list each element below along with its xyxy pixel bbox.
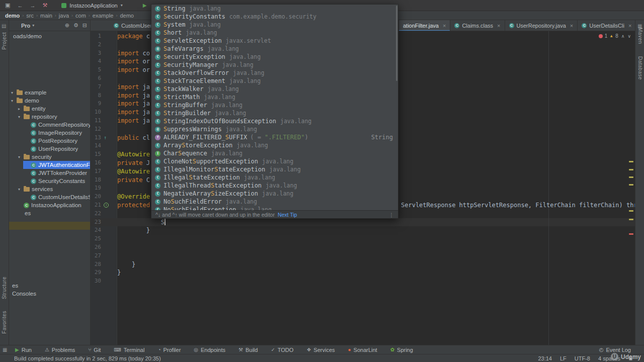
- completion-item-negativearraysizeexception[interactable]: CNegativeArraySizeExceptionjava.lang: [151, 190, 398, 198]
- tree-item-demo[interactable]: ▾demo: [9, 97, 90, 105]
- editor-tab-ationfilter-java[interactable]: ationFilter.java×: [399, 20, 450, 31]
- code-text[interactable]: import co: [117, 49, 150, 58]
- tree-item-es[interactable]: es: [9, 209, 90, 217]
- code-text[interactable]: import ja: [117, 92, 150, 100]
- tree-expand-arrow[interactable]: ▾: [11, 99, 17, 103]
- tree-item-repository[interactable]: ▾repository: [9, 113, 90, 121]
- tree-item-securityconstants[interactable]: CSecurityConstants: [9, 177, 90, 185]
- editor-tab-claims-class[interactable]: CClaims.class×: [450, 20, 505, 31]
- stripe-label-favorites[interactable]: Favorites: [2, 311, 7, 334]
- run-button[interactable]: ▶: [143, 3, 147, 8]
- line-separator[interactable]: LF: [560, 355, 567, 361]
- project-root[interactable]: oads/demo: [9, 32, 90, 40]
- tree-item-postrepository[interactable]: CPostRepository: [9, 137, 90, 145]
- breadcrumb-item[interactable]: com: [75, 13, 86, 19]
- code-text[interactable]: import ja: [117, 108, 150, 117]
- toolwindow-event-log[interactable]: ◴ Event Log: [599, 347, 631, 353]
- warning-stripe-mark[interactable]: [629, 161, 633, 162]
- toolwindow-endpoints[interactable]: ◎Endpoints: [194, 347, 225, 353]
- tree-item-security[interactable]: ▾security: [9, 153, 90, 161]
- code-text[interactable]: import or: [117, 66, 150, 74]
- override-gutter-icon[interactable]: ↑: [104, 203, 109, 208]
- tree-expand-arrow[interactable]: ▾: [18, 155, 24, 159]
- warning-stripe-mark[interactable]: [629, 219, 633, 220]
- stripe-label-database[interactable]: Database: [637, 56, 643, 80]
- code-text[interactable]: import ja: [117, 83, 150, 92]
- inspections-widget[interactable]: 1 ▲ 8 ∧ ∨: [599, 33, 631, 39]
- toolwindow-problems[interactable]: ⚠Problems: [45, 347, 75, 353]
- stripe-label-maven[interactable]: Maven: [637, 28, 643, 44]
- tree-item-consoles[interactable]: Consoles: [9, 290, 90, 298]
- completion-item-securitymanager[interactable]: CSecurityManagerjava.lang: [151, 61, 398, 69]
- completion-item-clonenotsupportedexception[interactable]: CCloneNotSupportedExceptionjava.lang: [151, 157, 398, 165]
- tree-item-example[interactable]: ▾example: [9, 88, 90, 97]
- close-tab-icon[interactable]: ×: [497, 23, 500, 29]
- toolwindow-todo[interactable]: ✓TODO: [271, 347, 293, 353]
- breadcrumb-item[interactable]: java: [59, 13, 69, 19]
- code-text[interactable]: private C: [117, 176, 150, 185]
- tree-item-commentrepository[interactable]: CCommentRepository: [9, 121, 90, 129]
- tree-item-es[interactable]: es: [9, 282, 90, 290]
- stripe-label-structure[interactable]: Structure: [2, 277, 7, 299]
- tree-item-jwttokenprovider[interactable]: CJWTTokenProvider: [9, 169, 90, 177]
- tree-expand-arrow[interactable]: ▸: [18, 107, 24, 111]
- completion-item-already-filtered-suffix[interactable]: fALREADY_FILTERED_SUFFIX( = ".FILTERED")…: [151, 133, 398, 141]
- completion-item-strictmath[interactable]: CStrictMathjava.lang: [151, 93, 398, 101]
- completion-item-system[interactable]: CSystemjava.lang: [151, 21, 398, 29]
- completion-item-safevarargs[interactable]: @SafeVarargsjava.lang: [151, 45, 398, 53]
- breadcrumb-item[interactable]: demo: [5, 13, 20, 19]
- completion-item-stringindexoutofboundsexception[interactable]: CStringIndexOutOfBoundsExceptionjava.lan…: [151, 117, 398, 125]
- code-text[interactable]: @Override: [117, 193, 150, 201]
- next-tip-link[interactable]: Next Tip: [278, 212, 297, 218]
- completion-item-illegalstateexception[interactable]: CIllegalStateExceptionjava.lang: [151, 173, 398, 182]
- warning-stripe-mark[interactable]: [629, 184, 633, 186]
- close-tab-icon[interactable]: ×: [628, 23, 631, 29]
- warning-stripe-mark[interactable]: [629, 210, 633, 212]
- completion-item-charsequence[interactable]: ICharSequencejava.lang: [151, 149, 398, 157]
- build-hammer-icon[interactable]: ⚒: [42, 2, 47, 9]
- close-tab-icon[interactable]: ×: [570, 23, 573, 29]
- tree-item-jwtauthenticationfil[interactable]: CJWTAuthenticationFil: [9, 161, 90, 169]
- warning-stripe-mark[interactable]: [629, 169, 633, 170]
- breadcrumb-item[interactable]: example: [93, 13, 114, 19]
- tree-item-services[interactable]: ▾services: [9, 185, 90, 193]
- kebab-menu-icon[interactable]: ⋮: [389, 212, 394, 218]
- editor-tab-userdetailscli[interactable]: CUserDetailsCli×: [578, 20, 635, 31]
- back-icon[interactable]: ←: [17, 3, 23, 9]
- hide-panel-icon[interactable]: ⊟: [83, 22, 87, 29]
- completion-item-nosuchfieldexception[interactable]: CNoSuchFieldExceptionjava.lang: [151, 206, 398, 210]
- error-stripe-mark[interactable]: [629, 233, 633, 235]
- toolwindow-terminal[interactable]: ⌨Terminal: [114, 347, 144, 353]
- toolwindow-switcher-icon[interactable]: ▦: [3, 347, 7, 352]
- completion-item-arraystoreexception[interactable]: CArrayStoreExceptionjava.lang: [151, 141, 398, 149]
- completion-item-securityexception[interactable]: CSecurityExceptionjava.lang: [151, 53, 398, 61]
- code-text[interactable]: import ja: [117, 100, 150, 108]
- tree-item-customuserdetailsse[interactable]: CCustomUserDetailsSe: [9, 193, 90, 201]
- warning-stripe-mark[interactable]: [629, 176, 633, 178]
- code-text[interactable]: @Autowire: [117, 167, 150, 176]
- code-text[interactable]: private J: [117, 159, 150, 167]
- caret-position[interactable]: 23:14: [538, 355, 552, 361]
- completion-item-servletexception[interactable]: CServletExceptionjavax.servlet: [151, 37, 398, 45]
- settings-gear-icon[interactable]: ⚙: [73, 22, 78, 29]
- tree-expand-arrow[interactable]: ▾: [11, 90, 17, 95]
- completion-item-stringbuilder[interactable]: CStringBuilderjava.lang: [151, 109, 398, 117]
- completion-item-suppresswarnings[interactable]: @SuppressWarningsjava.lang: [151, 125, 398, 133]
- toolwindow-sonarlint[interactable]: ●SonarLint: [348, 347, 377, 353]
- tree-expand-arrow[interactable]: ▾: [18, 115, 24, 119]
- completion-item-string[interactable]: CStringjava.lang: [151, 5, 398, 13]
- file-encoding[interactable]: UTF-8: [575, 355, 590, 361]
- completion-item-stackwalker[interactable]: CStackWalkerjava.lang: [151, 85, 398, 93]
- close-tab-icon[interactable]: ×: [443, 23, 446, 29]
- tree-item-imagerepository[interactable]: CImageRepository: [9, 129, 90, 137]
- toolwindow-run[interactable]: ▶Run: [15, 347, 32, 353]
- implements-gutter-icon[interactable]: ↑: [104, 135, 107, 140]
- toolwindow-profiler[interactable]: ◔Profiler: [157, 347, 181, 353]
- completion-item-stringbuffer[interactable]: CStringBufferjava.lang: [151, 101, 398, 109]
- completion-item-illegalthreadstateexception[interactable]: CIllegalThreadStateExceptionjava.lang: [151, 182, 398, 190]
- completion-item-nosuchfielderror[interactable]: CNoSuchFieldErrorjava.lang: [151, 198, 398, 206]
- code-text[interactable]: }: [117, 268, 121, 277]
- breadcrumb-item[interactable]: main: [40, 13, 52, 19]
- next-issue-icon[interactable]: ∨: [627, 34, 631, 39]
- completion-item-securityconstants[interactable]: CSecurityConstantscom.example.demo.secur…: [151, 13, 398, 21]
